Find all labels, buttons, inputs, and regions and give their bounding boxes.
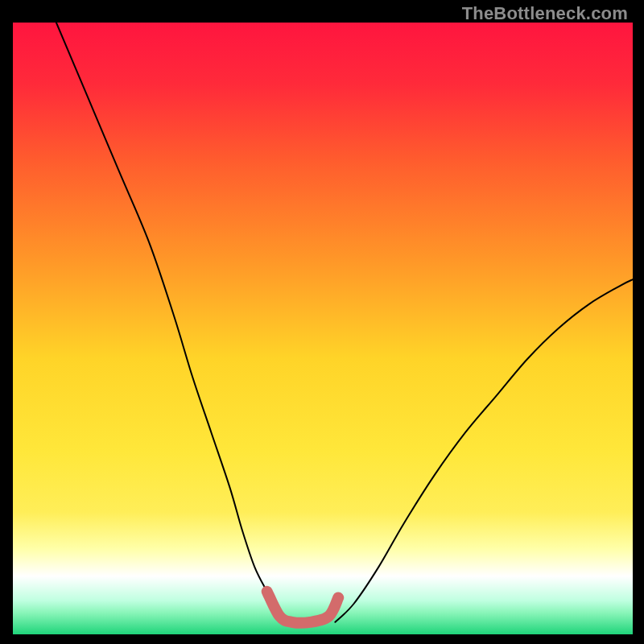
gradient-background (13, 23, 633, 634)
chart-frame: TheBottleneck.com (0, 0, 644, 644)
chart-plot (13, 23, 633, 634)
watermark-text: TheBottleneck.com (462, 3, 628, 24)
